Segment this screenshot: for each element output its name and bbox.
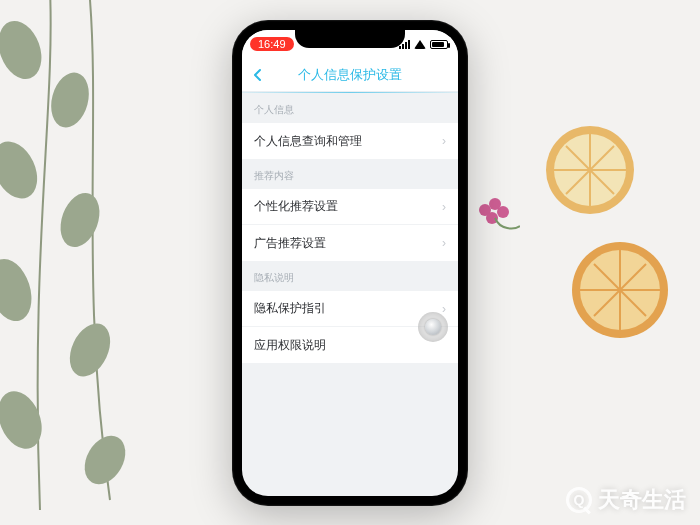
svg-point-0 [0,15,49,85]
wifi-icon [414,40,426,49]
svg-point-3 [54,188,107,253]
decor-citrus [520,110,680,410]
phone-frame: 16:49 个人信息保护设置 个人信息 个人信息查询和管理 › [232,20,468,506]
svg-point-1 [45,68,94,131]
chevron-left-icon [251,68,265,82]
decor-leaves [0,0,160,510]
row-label: 隐私保护指引 [254,300,326,317]
row-label: 广告推荐设置 [254,235,326,252]
row-label: 个人信息查询和管理 [254,133,362,150]
section-header-privacy: 隐私说明 [242,261,458,291]
row-label: 个性化推荐设置 [254,198,338,215]
chevron-right-icon: › [442,236,446,250]
phone-screen: 16:49 个人信息保护设置 个人信息 个人信息查询和管理 › [242,30,458,496]
decor-flower [470,190,520,230]
row-ad-recommendation[interactable]: 广告推荐设置 › [242,225,458,261]
battery-icon [430,40,448,49]
watermark-text: 天奇生活 [598,485,686,515]
svg-point-2 [0,134,46,205]
row-personalized-recommendation[interactable]: 个性化推荐设置 › [242,189,458,225]
chevron-right-icon: › [442,302,446,316]
watermark: Q 天奇生活 [566,485,686,515]
chevron-right-icon: › [442,134,446,148]
svg-point-10 [497,206,509,218]
back-button[interactable] [246,63,270,87]
status-icons [399,40,448,49]
row-personal-info-query[interactable]: 个人信息查询和管理 › [242,123,458,159]
row-label: 应用权限说明 [254,337,326,354]
nav-bar: 个人信息保护设置 [242,58,458,92]
phone-notch [295,30,405,48]
svg-point-4 [0,253,39,326]
assistive-touch-inner-icon [425,319,441,335]
watermark-q-icon: Q [566,487,592,513]
status-time: 16:49 [250,37,294,51]
svg-point-5 [62,317,118,383]
assistive-touch-button[interactable] [418,312,448,342]
section-header-personal-info: 个人信息 [242,93,458,123]
section-header-recommendations: 推荐内容 [242,159,458,189]
svg-point-6 [0,385,50,456]
svg-point-7 [76,428,133,491]
page-title: 个人信息保护设置 [298,66,402,84]
chevron-right-icon: › [442,200,446,214]
